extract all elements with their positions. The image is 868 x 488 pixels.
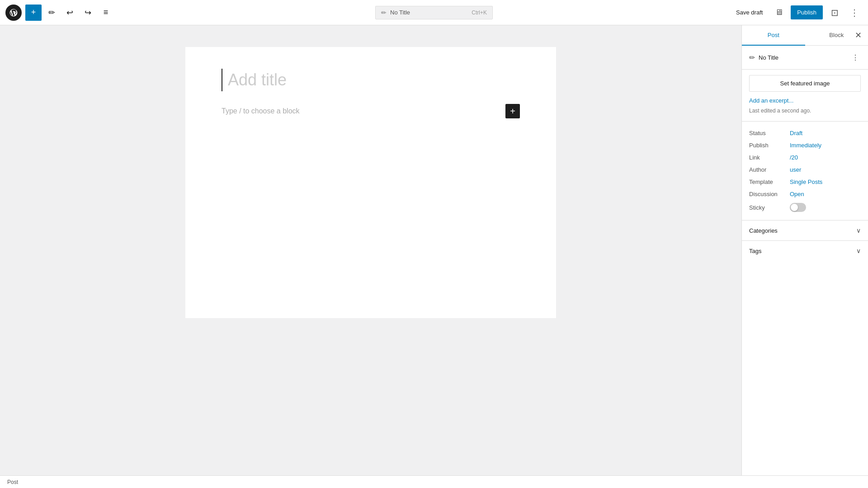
tags-header[interactable]: Tags ∨: [742, 241, 868, 261]
last-edited-text: Last edited a second ago.: [742, 108, 868, 121]
post-title-input[interactable]: [222, 69, 520, 91]
discussion-label: Discussion: [749, 191, 790, 197]
list-view-button[interactable]: ≡: [98, 5, 114, 21]
categories-label: Categories: [749, 227, 778, 234]
redo-icon: ↪: [85, 8, 91, 18]
sidebar-more-icon: ⋮: [852, 53, 859, 62]
link-value[interactable]: /20: [790, 154, 798, 161]
toggle-thumb: [791, 204, 798, 211]
sidebar-post-title-text: No Title: [759, 54, 846, 61]
status-bar-label: Post: [7, 479, 18, 485]
publish-button[interactable]: Publish: [791, 5, 823, 19]
command-pencil-icon: ✏: [381, 9, 387, 16]
toggle-track: [790, 203, 806, 212]
publish-label: Publish: [749, 142, 790, 149]
sidebar-close-button[interactable]: ✕: [852, 29, 864, 42]
set-featured-image-button[interactable]: Set featured image: [749, 75, 861, 92]
more-options-button[interactable]: ⋮: [846, 5, 863, 21]
post-meta-section: Status Draft Publish Immediately Link /2…: [742, 121, 868, 220]
editor-area[interactable]: Type / to choose a block +: [0, 25, 741, 475]
undo-icon: ↩: [66, 8, 73, 18]
author-label: Author: [749, 166, 790, 173]
template-label: Template: [749, 178, 790, 185]
view-button[interactable]: 🖥: [771, 5, 787, 21]
toolbar-right: Save draft 🖥 Publish ⊡ ⋮: [731, 5, 863, 21]
publish-row: Publish Immediately: [742, 139, 868, 151]
settings-icon: ⊡: [831, 7, 839, 18]
tab-post[interactable]: Post: [742, 25, 805, 46]
add-block-button[interactable]: +: [25, 5, 42, 21]
add-excerpt-link[interactable]: Add an excerpt...: [742, 97, 868, 108]
categories-chevron-icon: ∨: [856, 227, 861, 234]
redo-button[interactable]: ↪: [80, 5, 96, 21]
sidebar: Post Block ✕ ✏ No Title ⋮ Set featured i…: [741, 25, 868, 475]
wordpress-logo: [5, 5, 22, 21]
status-value[interactable]: Draft: [790, 130, 802, 136]
tags-chevron-icon: ∨: [856, 247, 861, 254]
link-label: Link: [749, 154, 790, 161]
close-icon: ✕: [855, 30, 862, 40]
author-value[interactable]: user: [790, 166, 801, 173]
discussion-value[interactable]: Open: [790, 191, 804, 197]
discussion-row: Discussion Open: [742, 188, 868, 200]
toolbar: + ✏ ↩ ↪ ≡ ✏ No Title Ctrl+K Save draft 🖥…: [0, 0, 868, 25]
categories-header[interactable]: Categories ∨: [742, 221, 868, 240]
plus-icon: +: [31, 8, 36, 17]
sidebar-more-button[interactable]: ⋮: [850, 52, 861, 63]
command-shortcut: Ctrl+K: [472, 9, 487, 16]
status-bar: Post: [0, 475, 868, 488]
template-row: Template Single Posts: [742, 176, 868, 188]
search-command-bar[interactable]: ✏ No Title Ctrl+K: [375, 6, 493, 19]
save-draft-button[interactable]: Save draft: [731, 6, 767, 19]
list-icon: ≡: [104, 8, 108, 17]
more-icon: ⋮: [850, 7, 859, 18]
editor-canvas: Type / to choose a block +: [185, 47, 556, 318]
sidebar-tabs: Post Block ✕: [742, 25, 868, 46]
author-row: Author user: [742, 164, 868, 176]
status-row: Status Draft: [742, 127, 868, 139]
sidebar-pencil-icon: ✏: [749, 53, 755, 62]
categories-section: Categories ∨: [742, 220, 868, 240]
sticky-label: Sticky: [749, 204, 790, 211]
edit-mode-button[interactable]: ✏: [43, 5, 60, 21]
tags-label: Tags: [749, 248, 761, 254]
sticky-toggle[interactable]: [790, 203, 806, 212]
tags-section: Tags ∨: [742, 240, 868, 261]
pencil-icon: ✏: [48, 8, 55, 18]
publish-value[interactable]: Immediately: [790, 142, 821, 149]
undo-button[interactable]: ↩: [61, 5, 78, 21]
command-search[interactable]: ✏ No Title Ctrl+K: [375, 6, 493, 19]
placeholder-text: Type / to choose a block: [222, 107, 300, 115]
add-block-inline-button[interactable]: +: [505, 104, 520, 118]
status-label: Status: [749, 130, 790, 136]
sticky-row: Sticky: [742, 200, 868, 215]
link-row: Link /20: [742, 151, 868, 164]
command-title: No Title: [390, 9, 468, 16]
sidebar-post-title-row: ✏ No Title ⋮: [742, 46, 868, 70]
template-value[interactable]: Single Posts: [790, 178, 822, 185]
main-area: Type / to choose a block + Post Block ✕ …: [0, 25, 868, 475]
monitor-icon: 🖥: [775, 8, 783, 17]
settings-button[interactable]: ⊡: [826, 5, 843, 21]
block-placeholder-row[interactable]: Type / to choose a block +: [222, 104, 520, 118]
